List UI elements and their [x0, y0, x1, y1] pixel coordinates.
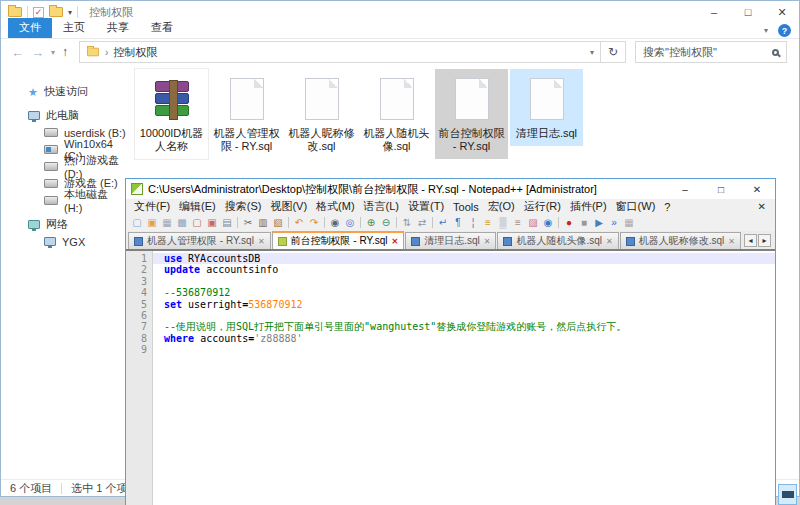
doc-list-icon[interactable]: ≡ [511, 216, 525, 229]
menu-item[interactable]: 搜索(S) [225, 199, 262, 214]
ribbon-collapse-icon[interactable]: ▾ [764, 26, 768, 35]
menu-item[interactable]: Tools [453, 201, 479, 213]
ribbon-tab[interactable]: 主页 [52, 18, 96, 38]
code-line[interactable] [153, 344, 775, 355]
recent-locations-dropdown[interactable]: ▾ [51, 48, 55, 57]
code-editor[interactable]: 123456789 use RYAccountsDBupdate account… [126, 251, 775, 505]
indent-guide-icon[interactable]: ¦ [466, 216, 480, 229]
macro-play-icon[interactable]: ▶ [592, 216, 606, 229]
document-tab[interactable]: 机器人随机头像.sql✕ [497, 232, 618, 249]
folder-workspace-icon[interactable]: ▨ [526, 216, 540, 229]
menu-item[interactable]: 窗口(W) [616, 199, 656, 214]
menu-item[interactable]: ? [664, 201, 670, 213]
redo-icon[interactable]: ↷ [307, 216, 321, 229]
document-tab[interactable]: 机器人管理权限 - RY.sql✕ [128, 232, 271, 249]
tab-scroll-left-button[interactable]: ◂ [744, 234, 757, 247]
paste-icon[interactable]: ▧ [271, 216, 285, 229]
menu-item[interactable]: 格式(M) [316, 199, 355, 214]
code-line[interactable] [153, 310, 775, 321]
file-item[interactable]: 机器人管理权限 - RY.sql [210, 69, 283, 159]
breadcrumb-path[interactable]: 控制权限 [113, 45, 157, 60]
search-input[interactable]: 搜索"控制权限" [635, 41, 787, 63]
maximize-button[interactable]: □ [731, 1, 765, 23]
print-icon[interactable]: ▤ [220, 216, 234, 229]
menu-item[interactable]: 运行(R) [524, 199, 561, 214]
menu-item[interactable]: 编辑(E) [179, 199, 216, 214]
close-document-icon[interactable]: ✕ [758, 201, 766, 212]
tab-scroll-right-button[interactable]: ▸ [758, 234, 771, 247]
desktop-icon[interactable] [778, 484, 797, 505]
macro-save-icon[interactable]: ▦ [622, 216, 636, 229]
code-line[interactable]: set userright=536870912 [153, 299, 775, 310]
tab-close-icon[interactable]: ✕ [484, 237, 491, 246]
up-button[interactable]: ↑ [62, 45, 68, 59]
back-button[interactable]: ← [11, 45, 24, 60]
replace-icon[interactable]: ◎ [343, 216, 357, 229]
file-item[interactable]: 机器人昵称修改.sql [285, 69, 358, 159]
monitoring-icon[interactable]: ◉ [541, 216, 555, 229]
minimize-button[interactable]: – [667, 179, 703, 199]
sidebar-item[interactable]: 网络 [1, 216, 127, 233]
macro-run-multi-icon[interactable]: » [607, 216, 621, 229]
forward-button[interactable]: → [31, 45, 44, 60]
show-all-chars-icon[interactable]: ¶ [451, 216, 465, 229]
code-area[interactable]: use RYAccountsDBupdate accountsinfo--536… [153, 251, 775, 505]
zoom-out-icon[interactable]: ⊖ [379, 216, 393, 229]
sidebar-item[interactable]: 本地磁盘 (H:) [1, 192, 127, 209]
file-item[interactable]: 前台控制权限 - RY.sql [435, 69, 508, 159]
sidebar-item[interactable]: ★快速访问 [1, 83, 127, 100]
menu-item[interactable]: 视图(V) [270, 199, 307, 214]
address-dropdown-icon[interactable]: ▾ [590, 48, 594, 57]
macro-record-icon[interactable]: ● [562, 216, 576, 229]
code-line[interactable]: --使用说明，用SQL打开把下面单引号里面的"wanghutest"替换成你登陆… [153, 321, 775, 332]
menu-item[interactable]: 文件(F) [134, 199, 170, 214]
word-wrap-icon[interactable]: ↵ [436, 216, 450, 229]
file-item[interactable]: 清理日志.sql [510, 69, 583, 146]
sidebar-item[interactable]: 热门游戏盘 (D:) [1, 158, 127, 175]
macro-stop-icon[interactable]: ■ [577, 216, 591, 229]
close-button[interactable]: ✕ [739, 179, 775, 199]
close-all-icon[interactable]: ▣ [205, 216, 219, 229]
close-button[interactable]: ✕ [765, 1, 799, 23]
help-icon[interactable]: ? [778, 24, 791, 37]
maximize-button[interactable]: □ [703, 179, 739, 199]
document-tab[interactable]: 清理日志.sql✕ [405, 232, 496, 249]
ribbon-tab[interactable]: 文件 [8, 18, 52, 38]
new-file-icon[interactable]: ▢ [130, 216, 144, 229]
address-box[interactable]: › 控制权限 ▾ [79, 41, 601, 63]
qat-properties-button[interactable]: ✓ [33, 7, 44, 18]
save-icon[interactable]: ▦ [160, 216, 174, 229]
sidebar-item[interactable]: YGX [1, 233, 127, 250]
find-icon[interactable]: ◉ [328, 216, 342, 229]
code-line[interactable]: use RYAccountsDB [153, 253, 775, 264]
ribbon-tab[interactable]: 共享 [96, 18, 140, 38]
doc-map-icon[interactable]: ▒ [496, 216, 510, 229]
code-line[interactable] [153, 276, 775, 287]
file-item[interactable]: 机器人随机头像.sql [360, 69, 433, 159]
close-doc-icon[interactable]: ▢ [190, 216, 204, 229]
document-tab[interactable]: 机器人昵称修改.sql✕ [620, 232, 741, 249]
sync-vertical-icon[interactable]: ⇅ [400, 216, 414, 229]
copy-icon[interactable]: ▥ [256, 216, 270, 229]
sidebar-item[interactable]: 此电脑 [1, 107, 127, 124]
refresh-button[interactable]: ↻ [601, 41, 626, 63]
code-line[interactable]: where accounts='z88888' [153, 333, 775, 344]
tab-close-icon[interactable]: ✕ [391, 237, 398, 246]
sync-horizontal-icon[interactable]: ⇄ [415, 216, 429, 229]
menu-item[interactable]: 语言(L) [364, 199, 399, 214]
save-all-icon[interactable]: ▩ [175, 216, 189, 229]
ribbon-tab[interactable]: 查看 [140, 18, 184, 38]
function-list-icon[interactable]: ≡ [481, 216, 495, 229]
document-tab[interactable]: 前台控制权限 - RY.sql✕ [272, 231, 405, 249]
tab-close-icon[interactable]: ✕ [258, 237, 265, 246]
file-item[interactable]: 10000ID机器人名称 [135, 69, 208, 159]
code-line[interactable]: --536870912 [153, 287, 775, 298]
open-file-icon[interactable]: ▣ [145, 216, 159, 229]
menu-item[interactable]: 宏(O) [488, 199, 515, 214]
code-line[interactable]: update accountsinfo [153, 264, 775, 275]
zoom-in-icon[interactable]: ⊕ [364, 216, 378, 229]
qat-customize-dropdown[interactable]: ▾ [68, 8, 72, 17]
tab-close-icon[interactable]: ✕ [606, 237, 613, 246]
cut-icon[interactable]: ✂ [241, 216, 255, 229]
undo-icon[interactable]: ↶ [292, 216, 306, 229]
